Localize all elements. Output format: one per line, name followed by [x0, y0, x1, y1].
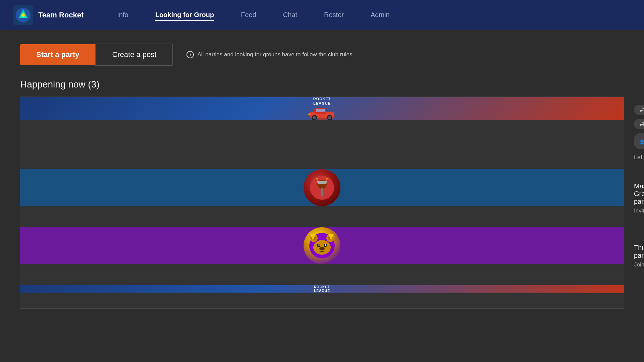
nav-item-chat[interactable]: Chat [283, 10, 297, 21]
party-thumbnail [20, 169, 624, 206]
group-icon: 👥 [640, 138, 644, 144]
action-bar: Start a party Create a post i All partie… [20, 44, 624, 66]
svg-point-4 [21, 13, 25, 17]
svg-rect-16 [321, 188, 323, 196]
section-heading: Happening now (3) [20, 79, 624, 90]
nav-item-roster[interactable]: Roster [324, 10, 344, 21]
svg-marker-17 [317, 181, 327, 184]
party-content: #Survival #DiamondHunting 👥 Everyone is … [624, 97, 644, 169]
header: Team Rocket Info Looking for Group Feed … [0, 0, 644, 30]
game-logo: ROCKETLEAGUE [313, 97, 331, 106]
rules-notice: i All parties and looking for groups hav… [186, 51, 354, 58]
party-item[interactable]: Master GreatAxe's party Invite-only Stat… [20, 169, 624, 227]
main-nav: Info Looking for Group Feed Chat Roster … [117, 10, 389, 21]
team-logo-icon [13, 5, 33, 25]
party-thumbnail [20, 227, 624, 264]
nav-item-admin[interactable]: Admin [371, 10, 390, 21]
start-party-button[interactable]: Start a party [20, 44, 95, 65]
party-item[interactable]: ROCKETLEAGUE #Survival #Diamo [20, 97, 624, 169]
party-subtitle: Joinable [634, 261, 644, 268]
party-item[interactable]: ROCKETLEAGUE [20, 285, 624, 309]
party-description: Let's troll in chaos [634, 154, 644, 161]
party-list: ROCKETLEAGUE #Survival #Diamo [20, 97, 624, 309]
svg-marker-13 [308, 113, 310, 116]
nav-item-feed[interactable]: Feed [241, 10, 256, 21]
tag-survival[interactable]: #Survival [634, 105, 644, 115]
tag-everyone-welcome[interactable]: 👥 Everyone is welcome [634, 133, 644, 149]
party-item[interactable]: ThunderGrizzly's party Joinable Status P… [20, 227, 624, 285]
party-avatar [304, 169, 340, 206]
party-content: Master GreatAxe's party Invite-only [624, 169, 644, 227]
party-avatar [304, 227, 340, 264]
party-subtitle: Invite-only [634, 207, 644, 214]
svg-point-30 [319, 247, 325, 250]
car-icon [307, 106, 337, 120]
tag-diamond-hunting[interactable]: #DiamondHunting [634, 119, 644, 129]
party-title: Master GreatAxe's party [634, 182, 644, 205]
svg-point-10 [313, 116, 316, 119]
party-thumbnail: ROCKETLEAGUE [20, 97, 624, 120]
svg-point-12 [328, 116, 331, 119]
avatar-icon [307, 231, 337, 261]
svg-point-29 [325, 244, 326, 246]
party-tags: #Survival #DiamondHunting 👥 Everyone is … [634, 105, 644, 149]
nav-item-info[interactable]: Info [117, 10, 128, 21]
party-content: ThunderGrizzly's party Joinable [624, 227, 644, 285]
party-title: ThunderGrizzly's party [634, 244, 644, 259]
svg-point-28 [318, 244, 320, 246]
avatar-icon [309, 174, 335, 201]
party-thumbnail: ROCKETLEAGUE [20, 285, 624, 293]
info-icon: i [186, 51, 194, 58]
main-content: Start a party Create a post i All partie… [0, 30, 644, 322]
svg-rect-8 [316, 109, 325, 112]
brand: Team Rocket [13, 5, 84, 25]
nav-item-looking-for-group[interactable]: Looking for Group [155, 10, 214, 21]
create-post-button[interactable]: Create a post [95, 44, 173, 66]
game-logo-partial: ROCKETLEAGUE [314, 285, 330, 293]
rules-text: All parties and looking for groups have … [197, 51, 354, 58]
brand-title: Team Rocket [38, 11, 84, 19]
